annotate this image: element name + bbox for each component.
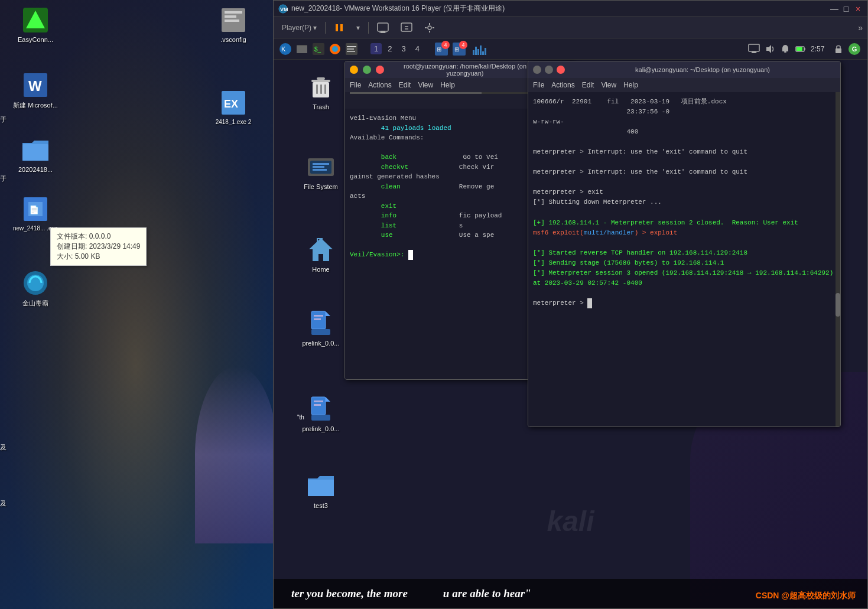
term1-edit-menu[interactable]: Edit: [399, 81, 411, 89]
svg-rect-70: [311, 329, 330, 335]
svg-rect-77: [308, 480, 334, 496]
version-label: 文件版本:: [57, 232, 87, 240]
term2-btn-1[interactable]: [533, 66, 541, 74]
term1-minimize-btn[interactable]: [350, 66, 358, 74]
svg-rect-43: [347, 51, 355, 52]
term2-btn-2[interactable]: [545, 66, 553, 74]
minimize-button[interactable]: —: [830, 4, 839, 14]
screen-icon[interactable]: [748, 43, 760, 55]
msf-file-line: 100666/r 22901 fil 2023-03-19 项目前景.docx: [533, 97, 836, 107]
term1-file-menu[interactable]: File: [350, 81, 361, 89]
kali-icon-test3[interactable]: test3: [297, 470, 344, 509]
file-tooltip: 文件版本: 0.0.0.0 创建日期: 2023/3/29 14:49 大小: …: [50, 227, 147, 266]
resize-button[interactable]: [397, 21, 416, 34]
workspace-3[interactable]: 3: [398, 43, 409, 54]
kali-icon-prelink2[interactable]: prelink_0.0...: [297, 393, 344, 432]
desktop-icon-new2418[interactable]: 📄 new_2418... .exe: [12, 195, 59, 232]
vm-display[interactable]: K $_: [274, 38, 867, 608]
bell-icon[interactable]: [780, 44, 791, 54]
kali-bg-watermark: kali: [547, 505, 594, 538]
pause-dropdown-button[interactable]: ▾: [353, 22, 363, 33]
created-value: 2023/3/29 14:49: [89, 242, 141, 250]
toolbar-right-control[interactable]: »: [858, 23, 863, 32]
term2-view-menu[interactable]: View: [601, 81, 616, 89]
pause-icon: [334, 22, 344, 33]
desktop-icon-word[interactable]: W 新建 Microsof...: [12, 71, 59, 110]
term1-actions-menu[interactable]: Actions: [368, 81, 391, 89]
settings-button[interactable]: [421, 21, 438, 34]
term2-close-btn[interactable]: [557, 66, 565, 74]
msf-session-opened: [*] Meterpreter session 3 opened (192.16…: [533, 268, 836, 288]
left-text-4: 及: [0, 499, 18, 508]
svg-rect-76: [314, 404, 321, 406]
svg-point-39: [332, 46, 338, 52]
trash-icon: [305, 71, 336, 102]
vmware-titlebar-left: VM new_20202418- VMware Workstation 16 P…: [278, 4, 505, 14]
msf-started-handler: [*] Started reverse TCP handler on 192.1…: [533, 248, 836, 258]
player-menu-button[interactable]: Player(P) ▾: [278, 22, 320, 33]
folder2020-label: 20202418...: [18, 166, 53, 173]
msf-date-line: 23:37:56 -0: [533, 107, 836, 117]
folder2020-icon: [21, 136, 50, 164]
msf-400-line: 400: [533, 127, 836, 137]
term2-actions-menu[interactable]: Actions: [551, 81, 574, 89]
terminal2-body: 100666/r 22901 fil 2023-03-19 项目前景.docx …: [528, 92, 840, 426]
partial-filename: "th: [297, 414, 304, 421]
vmware-titlebar: VM new_20202418- VMware Workstation 16 P…: [274, 1, 867, 17]
workspace-4[interactable]: 4: [412, 43, 423, 54]
term1-view-menu[interactable]: View: [418, 81, 433, 89]
firefox-taskbar-icon[interactable]: [328, 42, 342, 56]
prelink2-label: prelink_0.0...: [303, 425, 340, 432]
term1-maximize-btn[interactable]: [363, 66, 371, 74]
workspace-2[interactable]: 2: [384, 43, 395, 54]
term1-help-menu[interactable]: Help: [440, 81, 455, 89]
svg-rect-21: [381, 31, 385, 32]
desktop-icon-folder2020[interactable]: 20202418...: [12, 136, 59, 173]
svg-rect-3: [225, 11, 242, 14]
term2-file-menu[interactable]: File: [533, 81, 544, 89]
kali-dragon-icon[interactable]: K: [278, 42, 292, 56]
settings-icon: [424, 22, 435, 33]
screenshot-button[interactable]: [373, 21, 392, 34]
desktop-icon-exe[interactable]: EX 2418_1.exe 2: [210, 89, 257, 125]
term1-close-btn[interactable]: [376, 66, 384, 74]
workspace-1[interactable]: 1: [370, 43, 382, 54]
notification-badge: 4: [441, 41, 450, 49]
term2-scrollbar[interactable]: [836, 92, 840, 426]
msf-interrupt-2: meterpreter > Interrupt: use the 'exit' …: [533, 167, 836, 177]
maximize-button[interactable]: □: [841, 4, 851, 14]
terminal-icon: $_: [313, 43, 324, 55]
kali-icon-trash[interactable]: Trash: [297, 71, 344, 110]
desktop-icon-jinshan[interactable]: 金山毒霸: [12, 269, 59, 308]
desktop-icon-easyconn[interactable]: EasyConn...: [12, 6, 59, 43]
svg-rect-18: [336, 24, 338, 31]
terminal2-menubar: File Actions Edit View Help: [528, 78, 840, 92]
left-text-3: 及: [0, 443, 18, 452]
term2-help-menu[interactable]: Help: [623, 81, 638, 89]
pause-button[interactable]: [330, 21, 348, 34]
kali-icon-home[interactable]: Home: [297, 234, 344, 273]
kali-icon-prelink1[interactable]: prelink_0.0...: [297, 308, 344, 347]
battery-icon[interactable]: [795, 44, 806, 54]
exe-icon: EX: [219, 89, 248, 117]
terminal2-title: kali@yuzongyuan: ~/Desktop (on yuzongyua…: [570, 66, 836, 73]
kali-icon-filesystem[interactable]: File System: [297, 151, 344, 190]
terminal-meterpreter[interactable]: kali@yuzongyuan: ~/Desktop (on yuzongyua…: [528, 61, 841, 427]
term2-edit-menu[interactable]: Edit: [582, 81, 594, 89]
clock-display: 2:57: [811, 45, 828, 53]
close-button[interactable]: ×: [853, 4, 863, 14]
filesystem-icon: [305, 151, 336, 182]
activity-graph: [473, 43, 486, 55]
desktop-icon-vsconfig[interactable]: .vsconfig: [210, 6, 257, 43]
csdn-watermark: CSDN @超高校级的刘水师: [756, 591, 856, 601]
file-manager-taskbar-icon[interactable]: [295, 42, 309, 56]
lock-icon[interactable]: [833, 44, 844, 54]
size-value: 5.00 KB: [75, 252, 100, 260]
player-dropdown-arrow: ▾: [313, 24, 317, 32]
search-icon: [346, 43, 357, 55]
kali-logo-icon: K: [279, 43, 292, 56]
volume-icon[interactable]: [765, 44, 775, 54]
terminal-taskbar-icon[interactable]: $_: [311, 42, 326, 56]
notification-area: ⊞ 4: [435, 43, 448, 56]
search-taskbar-icon[interactable]: [344, 42, 359, 56]
